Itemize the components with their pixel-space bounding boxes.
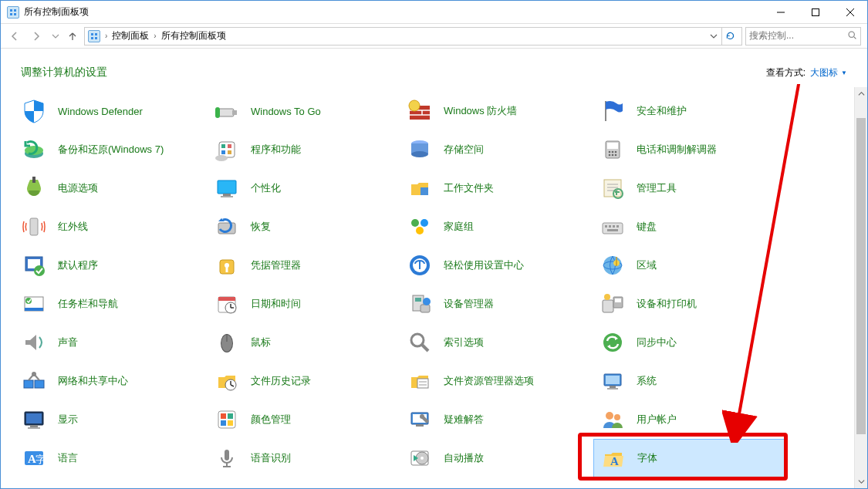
- sync-icon: [599, 329, 626, 356]
- speech-icon: [214, 445, 240, 471]
- cp-item-filehistory[interactable]: 文件历史记录: [208, 362, 400, 400]
- svg-point-124: [606, 412, 613, 420]
- cp-item-defaultprogs[interactable]: 默认程序: [15, 246, 208, 285]
- filehistory-icon: [214, 368, 240, 394]
- svg-rect-97: [24, 380, 33, 388]
- breadcrumb-dropdown[interactable]: [706, 28, 720, 45]
- refresh-button[interactable]: [721, 28, 738, 45]
- viewby-dropdown[interactable]: 大图标 ▼: [810, 66, 847, 79]
- cp-item-firewall[interactable]: Windows 防火墙: [400, 92, 593, 130]
- cp-item-homegroup[interactable]: 家庭组: [400, 207, 593, 246]
- personalize-icon: [214, 175, 240, 201]
- cp-item-label: 区域: [637, 258, 657, 272]
- cp-item-network[interactable]: 网络和共享中心: [15, 362, 208, 400]
- svg-point-94: [411, 334, 424, 346]
- cp-item-region[interactable]: 区域: [593, 246, 786, 285]
- cp-item-workfolders[interactable]: 工作文件夹: [400, 169, 593, 207]
- svg-rect-47: [420, 187, 428, 195]
- cp-item-mouse[interactable]: 鼠标: [208, 323, 400, 362]
- cp-item-devices[interactable]: 设备和打印机: [593, 285, 786, 323]
- network-icon: [21, 368, 47, 394]
- maximize-button[interactable]: [798, 1, 833, 24]
- region-icon: [599, 252, 626, 278]
- cp-item-shield-defender[interactable]: Windows Defender: [15, 92, 208, 130]
- fonts-icon: A: [600, 445, 627, 471]
- cp-item-usb[interactable]: Windows To Go: [208, 92, 400, 130]
- up-button[interactable]: [64, 26, 81, 46]
- cp-item-personalize[interactable]: 个性化: [208, 169, 400, 207]
- forward-button[interactable]: [25, 26, 47, 46]
- search-input[interactable]: 搜索控制...: [745, 27, 861, 46]
- cp-item-sync[interactable]: 同步中心: [593, 323, 786, 362]
- breadcrumb-sep[interactable]: ›: [103, 32, 109, 40]
- phone-icon: [599, 137, 626, 163]
- svg-rect-11: [95, 37, 97, 39]
- cp-item-autoplay[interactable]: 自动播放: [400, 439, 593, 477]
- search-icon: [847, 30, 857, 42]
- svg-rect-1: [14, 9, 16, 12]
- shield-defender-icon: [21, 98, 47, 124]
- svg-rect-61: [613, 225, 615, 228]
- cp-item-label: 设备管理器: [444, 297, 494, 311]
- cp-item-system[interactable]: 系统: [593, 362, 786, 400]
- cp-item-credentials[interactable]: 凭据管理器: [208, 246, 400, 285]
- cp-item-infrared[interactable]: 红外线: [15, 207, 208, 246]
- svg-rect-16: [215, 107, 220, 118]
- cp-item-label: 管理工具: [637, 181, 677, 195]
- cp-item-taskbar[interactable]: 任务栏和导航: [15, 285, 208, 323]
- power-icon: [21, 175, 47, 201]
- cp-item-flag[interactable]: 安全和维护: [593, 92, 786, 130]
- cp-item-datetime[interactable]: 日期和时间: [208, 285, 400, 323]
- control-panel-grid: Windows DefenderWindows To GoWindows 防火墙…: [10, 92, 860, 477]
- cp-item-easeofaccess[interactable]: 轻松使用设置中心: [400, 246, 593, 285]
- close-button[interactable]: [833, 1, 867, 24]
- defaultprogs-icon: [21, 252, 47, 278]
- svg-rect-53: [30, 218, 38, 235]
- cp-item-users[interactable]: 用户帐户: [593, 400, 786, 439]
- svg-rect-44: [218, 180, 236, 194]
- breadcrumb-sep[interactable]: ›: [152, 32, 157, 40]
- svg-rect-117: [221, 413, 226, 419]
- recent-locations-button[interactable]: [47, 26, 64, 46]
- scroll-thumb[interactable]: [856, 118, 866, 434]
- cp-item-storage[interactable]: 存储空间: [400, 130, 593, 169]
- cp-item-color[interactable]: 颜色管理: [208, 400, 400, 439]
- svg-point-101: [32, 372, 36, 376]
- cp-item-display[interactable]: 显示: [15, 400, 208, 439]
- folderoptions-icon: [407, 368, 433, 394]
- cp-item-recovery[interactable]: 恢复: [208, 207, 400, 246]
- breadcrumb-seg-2[interactable]: 所有控制面板项: [158, 29, 229, 42]
- cp-item-language[interactable]: A字语言: [15, 439, 208, 477]
- scroll-up-button[interactable]: [855, 87, 867, 100]
- vertical-scrollbar[interactable]: [854, 87, 867, 488]
- cp-item-sound[interactable]: 声音: [15, 323, 208, 362]
- devicemgr-icon: [407, 291, 433, 317]
- cp-item-troubleshoot[interactable]: 疑难解答: [400, 400, 593, 439]
- svg-point-34: [411, 151, 428, 157]
- navbar: › 控制面板 › 所有控制面板项 搜索控制...: [1, 24, 867, 49]
- cp-item-label: 语音识别: [251, 451, 291, 465]
- cp-item-keyboard[interactable]: 键盘: [593, 207, 786, 246]
- cp-item-admintools[interactable]: 管理工具: [593, 169, 786, 207]
- cp-item-devicemgr[interactable]: 设备管理器: [400, 285, 593, 323]
- cp-item-phone[interactable]: 电话和调制解调器: [593, 130, 786, 169]
- cp-item-folderoptions[interactable]: 文件资源管理器选项: [400, 362, 593, 400]
- cp-item-fonts[interactable]: A字体: [593, 439, 786, 477]
- breadcrumb-seg-1[interactable]: 控制面板: [109, 29, 152, 42]
- minimize-button[interactable]: [763, 1, 798, 24]
- cp-item-label: 键盘: [637, 220, 657, 234]
- svg-rect-2: [10, 13, 12, 15]
- cp-item-power[interactable]: 电源选项: [15, 169, 208, 207]
- back-button[interactable]: [4, 26, 25, 46]
- svg-rect-111: [607, 388, 618, 390]
- users-icon: [599, 406, 626, 433]
- scroll-down-button[interactable]: [855, 475, 867, 488]
- color-icon: [214, 406, 240, 433]
- cp-item-speech[interactable]: 语音识别: [208, 439, 400, 477]
- svg-rect-79: [218, 297, 235, 301]
- cp-item-indexing[interactable]: 索引选项: [400, 323, 593, 362]
- cp-item-programs[interactable]: 程序和功能: [208, 130, 400, 169]
- breadcrumb[interactable]: › 控制面板 › 所有控制面板项: [84, 27, 742, 46]
- cp-item-backup[interactable]: 备份和还原(Windows 7): [15, 130, 208, 169]
- svg-rect-119: [221, 420, 226, 426]
